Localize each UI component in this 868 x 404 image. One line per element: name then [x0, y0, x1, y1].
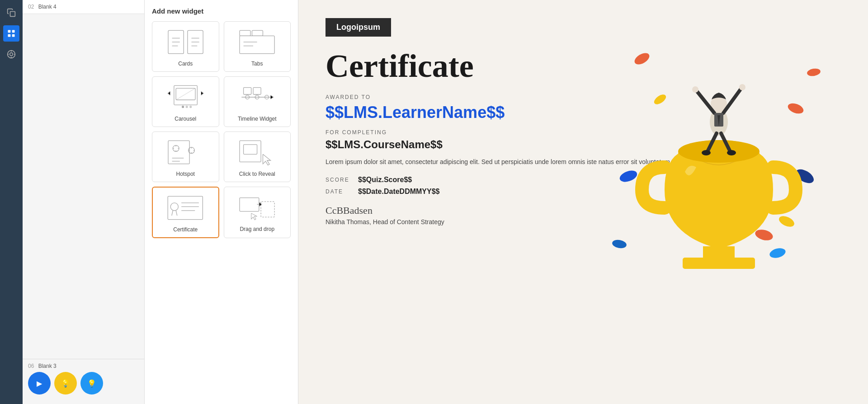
slide-number-06: 06	[28, 363, 34, 369]
icon-blue-bulb: 💡	[80, 372, 103, 395]
svg-rect-50	[244, 145, 257, 154]
svg-point-79	[739, 84, 745, 90]
svg-rect-2	[12, 30, 15, 33]
svg-point-28	[185, 106, 188, 108]
svg-point-78	[692, 86, 698, 93]
svg-point-52	[171, 203, 179, 211]
svg-point-62	[807, 68, 821, 77]
cards-icon	[157, 26, 214, 58]
widget-hotspot[interactable]: Hotspot	[152, 132, 219, 182]
certificate-label: Certificate	[173, 226, 198, 233]
widget-drag-and-drop[interactable]: Drag and drop	[224, 187, 291, 238]
svg-point-67	[612, 239, 627, 249]
svg-line-54	[176, 211, 178, 216]
target-sidebar-icon[interactable]	[3, 46, 19, 62]
widget-timeline[interactable]: Timeline Widget	[224, 76, 291, 127]
carousel-icon	[157, 81, 214, 113]
svg-rect-0	[10, 12, 15, 17]
timeline-label: Timeline Widget	[238, 116, 277, 122]
score-value: $$Quiz.Score$$	[358, 176, 412, 184]
svg-point-68	[777, 214, 796, 229]
svg-point-66	[769, 247, 787, 260]
svg-point-60	[632, 51, 651, 66]
svg-rect-59	[261, 202, 274, 217]
widget-panel: Add new widget Cards	[145, 0, 298, 404]
svg-rect-1	[8, 30, 11, 33]
svg-rect-21	[240, 36, 274, 53]
carousel-label: Carousel	[175, 116, 196, 122]
svg-point-73	[678, 140, 760, 163]
svg-rect-35	[253, 88, 261, 94]
score-label: SCORE	[326, 177, 353, 183]
icon-yellow-bulb: 💡	[54, 372, 77, 395]
tabs-icon	[229, 26, 286, 58]
svg-rect-20	[252, 30, 263, 36]
svg-rect-51	[168, 196, 203, 219]
certificate-logo: Logoipsum	[326, 18, 391, 37]
slide-number: 02	[28, 4, 34, 10]
hotspot-icon	[157, 136, 214, 168]
widget-click-to-reveal[interactable]: Click to Reveal	[224, 132, 291, 182]
certificate-icon	[157, 192, 214, 224]
widget-certificate[interactable]: Certificate	[152, 187, 219, 238]
svg-point-27	[182, 106, 184, 108]
cards-label: Cards	[178, 61, 193, 67]
date-value: $$Date.DateDDMMYY$$	[358, 188, 440, 196]
main-content: Logoipsum Certificate AWARDED TO $$LMS.L…	[298, 0, 868, 404]
svg-point-29	[189, 106, 192, 108]
svg-rect-72	[683, 258, 755, 269]
slide-item-02[interactable]: 02 Blank 4	[23, 0, 144, 14]
click-to-reveal-label: Click to Reveal	[239, 171, 275, 177]
svg-line-53	[172, 211, 173, 216]
left-sidebar	[0, 0, 23, 404]
widget-tabs[interactable]: Tabs	[224, 21, 291, 72]
certificate-area: Logoipsum Certificate AWARDED TO $$LMS.L…	[298, 0, 868, 404]
svg-point-63	[754, 228, 774, 242]
date-label: DATE	[326, 188, 353, 195]
svg-point-82	[702, 150, 711, 155]
widget-panel-title: Add new widget	[152, 7, 291, 15]
widget-carousel[interactable]: Carousel	[152, 76, 219, 127]
icon-blue-play: ▶	[28, 372, 51, 395]
timeline-icon	[229, 81, 286, 113]
svg-point-69	[652, 93, 668, 106]
svg-line-26	[176, 88, 195, 100]
drag-and-drop-label: Drag and drop	[240, 226, 274, 232]
trophy-illustration	[606, 18, 832, 312]
svg-rect-19	[240, 30, 250, 36]
drag-and-drop-icon	[229, 192, 286, 223]
copy-sidebar-icon[interactable]	[3, 5, 19, 21]
svg-rect-36	[168, 141, 189, 164]
svg-rect-58	[240, 198, 259, 211]
svg-point-83	[727, 150, 736, 155]
slide-panel: 02 Blank 4 06 Blank 3 ▶ 💡 💡	[23, 0, 145, 404]
slide-item-06[interactable]: 06 Blank 3 ▶ 💡 💡	[23, 359, 144, 404]
widget-cards[interactable]: Cards	[152, 21, 219, 72]
tabs-label: Tabs	[251, 61, 263, 67]
click-to-reveal-icon	[229, 136, 286, 168]
hotspot-label: Hotspot	[176, 171, 195, 177]
widgets-sidebar-icon[interactable]	[3, 25, 19, 42]
svg-point-6	[10, 53, 13, 56]
svg-rect-49	[240, 141, 261, 162]
svg-rect-34	[244, 88, 251, 94]
widget-grid: Cards Tabs	[152, 21, 291, 238]
svg-rect-4	[12, 34, 15, 37]
svg-rect-3	[8, 34, 11, 37]
svg-point-61	[787, 101, 805, 115]
slide-label: Blank 4	[38, 4, 57, 10]
slide-label-06: Blank 3	[38, 363, 57, 369]
svg-point-64	[618, 169, 638, 184]
bottom-icons-row: ▶ 💡 💡	[28, 372, 139, 395]
